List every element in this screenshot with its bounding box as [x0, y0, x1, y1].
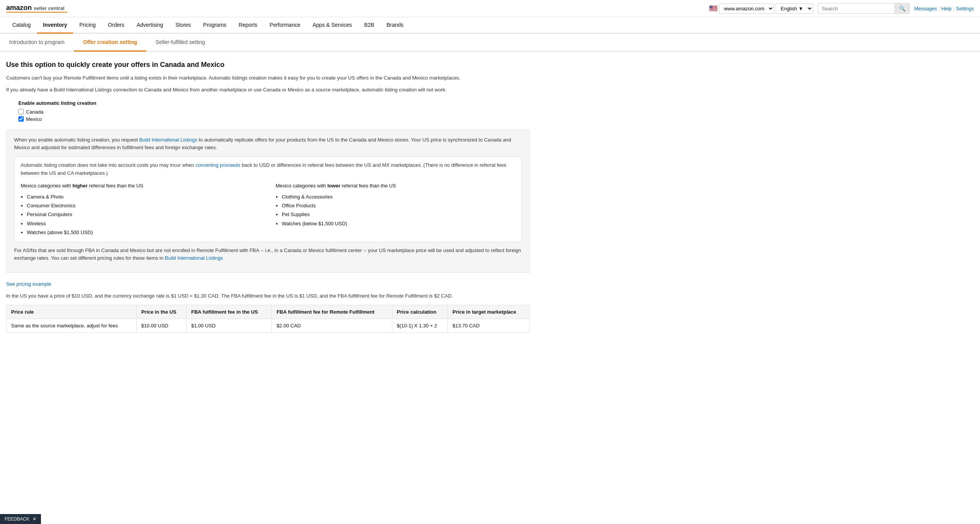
tab-offer[interactable]: Offer creation setting	[74, 34, 147, 52]
separator2: |	[953, 6, 954, 11]
canada-checkbox-item: Canada	[18, 109, 530, 115]
main-content: Use this option to quickly create your o…	[0, 52, 536, 342]
higher-fees-col: Mexico categories with higher referral f…	[21, 182, 260, 237]
nav-brands[interactable]: Brands	[381, 17, 410, 34]
table-row: Same as the source marketplace, adjust f…	[7, 319, 530, 332]
para2: If you already have a Build Internationa…	[6, 86, 530, 94]
lower-fees-col: Mexico categories with lower referral fe…	[276, 182, 515, 237]
checkbox-group-label: Enable automatic listing creation	[18, 100, 530, 106]
nav-inventory[interactable]: Inventory	[37, 17, 73, 34]
pricing-para: In the US you have a price of $10 USD, a…	[6, 292, 530, 300]
logo: amazon seller central	[6, 4, 67, 13]
th-price-us: Price in the US	[136, 305, 186, 319]
canada-checkbox[interactable]	[18, 109, 24, 114]
list-item: Consumer Electronics	[27, 201, 260, 210]
logo-text: amazon seller central	[6, 4, 67, 11]
canada-label: Canada	[26, 109, 44, 115]
td-rule: Same as the source marketplace, adjust f…	[7, 319, 137, 332]
list-item: Personal Computers	[27, 210, 260, 219]
info-para1: When you enable automatic listing creati…	[14, 136, 522, 152]
list-item: Camera & Photo	[27, 192, 260, 201]
bil-link-1[interactable]: Build International Listings	[139, 137, 198, 143]
tab-bar: Introduction to program Offer creation s…	[0, 34, 980, 52]
settings-link[interactable]: Settings	[956, 6, 974, 11]
td-fba-remote: $2.00 CAD	[272, 319, 392, 332]
nav-reports[interactable]: Reports	[232, 17, 263, 34]
tab-intro[interactable]: Introduction to program	[0, 34, 74, 52]
td-price-us: $10.00 USD	[136, 319, 186, 332]
mexico-checkbox[interactable]	[18, 116, 24, 122]
nav-stores[interactable]: Stores	[169, 17, 197, 34]
domain-select[interactable]: www.amazon.com	[719, 3, 774, 14]
th-target: Price in target marketplace	[448, 305, 530, 319]
nav-programs[interactable]: Programs	[197, 17, 233, 34]
nav-apps-services[interactable]: Apps & Services	[306, 17, 358, 34]
logo-underline	[6, 12, 67, 13]
higher-col-title: Mexico categories with higher referral f…	[21, 182, 260, 190]
two-col-section: Mexico categories with higher referral f…	[21, 182, 515, 237]
see-pricing-link[interactable]: See pricing example	[6, 281, 51, 287]
td-target: $13.70 CAD	[448, 319, 530, 332]
mexico-checkbox-item: Mexico	[18, 116, 530, 122]
search-bar: 🔍	[818, 3, 910, 14]
nav-performance[interactable]: Performance	[263, 17, 306, 34]
nav-b2b[interactable]: B2B	[358, 17, 380, 34]
main-nav: Catalog Inventory Pricing Orders Adverti…	[0, 17, 980, 34]
search-input[interactable]	[818, 4, 895, 13]
th-calculation: Price calculation	[392, 305, 448, 319]
top-links: Messages | Help | Settings	[914, 6, 974, 11]
th-fba-us: FBA fulfillment fee in the US	[186, 305, 272, 319]
help-link[interactable]: Help	[941, 6, 952, 11]
list-item: Pet Supplies	[282, 210, 515, 219]
table-header-row: Price rule Price in the US FBA fulfillme…	[7, 305, 530, 319]
pricing-table: Price rule Price in the US FBA fulfillme…	[6, 305, 530, 333]
checkbox-group: Enable automatic listing creation Canada…	[18, 100, 530, 122]
th-rule: Price rule	[7, 305, 137, 319]
list-item: Clothing & Accessories	[282, 192, 515, 201]
search-button[interactable]: 🔍	[895, 3, 909, 13]
list-item: Watches (above $1,500 USD)	[27, 228, 260, 237]
info-footer-para: For ASINs that are sold through FBA in C…	[14, 247, 522, 263]
top-bar: amazon seller central 🇺🇸 www.amazon.com …	[0, 0, 980, 17]
nav-catalog[interactable]: Catalog	[6, 17, 37, 34]
list-item: Watches (below $1,500 USD)	[282, 219, 515, 228]
see-pricing: See pricing example	[6, 280, 530, 288]
nav-pricing[interactable]: Pricing	[73, 17, 102, 34]
page-heading: Use this option to quickly create your o…	[6, 61, 530, 69]
para1: Customers can't buy your Remote Fulfillm…	[6, 74, 530, 82]
converting-proceeds-link[interactable]: converting proceeds	[196, 162, 240, 168]
higher-fees-list: Camera & Photo Consumer Electronics Pers…	[27, 192, 260, 237]
language-select[interactable]: English ▼	[776, 3, 813, 14]
nav-advertising[interactable]: Advertising	[131, 17, 169, 34]
inner-box: Automatic listing creation does not take…	[14, 156, 522, 242]
flag-icon: 🇺🇸	[709, 4, 717, 13]
list-item: Office Products	[282, 201, 515, 210]
th-fba-remote: FBA fulfillment fee for Remote Fulfillme…	[272, 305, 392, 319]
td-fba-us: $1.00 USD	[186, 319, 272, 332]
lower-fees-list: Clothing & Accessories Office Products P…	[282, 192, 515, 228]
lower-col-title: Mexico categories with lower referral fe…	[276, 182, 515, 190]
td-calculation: $(10-1) X 1.30 + 2	[392, 319, 448, 332]
messages-link[interactable]: Messages	[914, 6, 937, 11]
tab-seller[interactable]: Seller-fulfilled setting	[146, 34, 214, 52]
nav-orders[interactable]: Orders	[102, 17, 131, 34]
separator1: |	[938, 6, 939, 11]
flag-selector: 🇺🇸 www.amazon.com English ▼	[709, 3, 813, 14]
list-item: Wireless	[27, 219, 260, 228]
bil-link-2[interactable]: Build International Listings	[165, 255, 223, 261]
info-box: When you enable automatic listing creati…	[6, 130, 530, 273]
mexico-label: Mexico	[26, 116, 42, 122]
inner-para: Automatic listing creation does not take…	[21, 161, 515, 177]
